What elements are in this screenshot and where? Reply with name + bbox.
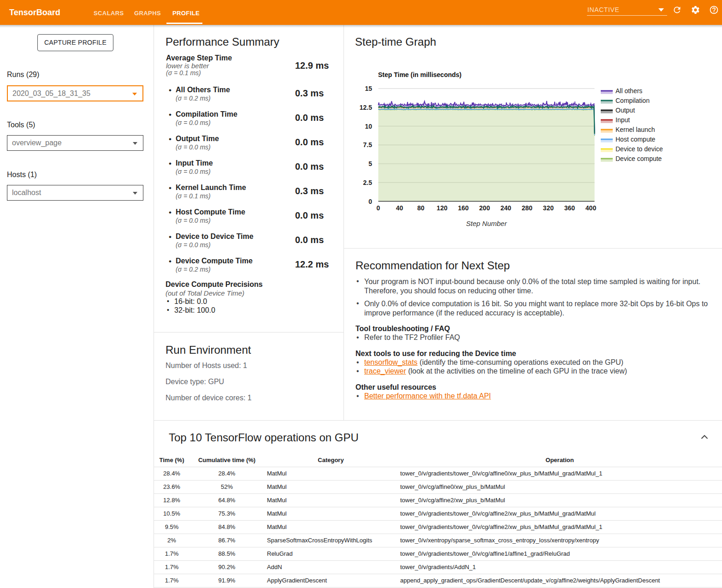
svg-text:120: 120: [437, 204, 448, 212]
svg-text:40: 40: [396, 204, 403, 212]
svg-text:Host compute: Host compute: [615, 136, 656, 143]
svg-text:360: 360: [564, 204, 575, 212]
svg-text:400: 400: [586, 204, 597, 212]
svg-text:10: 10: [365, 123, 372, 130]
svg-text:15: 15: [365, 85, 372, 92]
svg-text:Kernel launch: Kernel launch: [615, 126, 655, 133]
svg-text:2.5: 2.5: [363, 179, 373, 186]
svg-text:240: 240: [500, 204, 511, 212]
svg-text:320: 320: [543, 204, 554, 212]
svg-text:7.5: 7.5: [363, 141, 373, 148]
svg-text:80: 80: [417, 204, 425, 212]
svg-text:Step Time (in milliseconds): Step Time (in milliseconds): [378, 71, 462, 78]
svg-text:12.5: 12.5: [360, 104, 372, 111]
svg-text:0: 0: [377, 204, 380, 212]
svg-text:Step Number: Step Number: [466, 220, 507, 227]
svg-text:160: 160: [458, 204, 469, 212]
svg-text:0: 0: [368, 198, 372, 205]
svg-text:Compilation: Compilation: [615, 97, 650, 104]
svg-text:280: 280: [522, 204, 533, 212]
svg-text:5: 5: [368, 160, 372, 167]
svg-text:All others: All others: [615, 87, 642, 95]
svg-text:Device to device: Device to device: [615, 145, 663, 153]
svg-text:Output: Output: [615, 107, 635, 114]
svg-text:Device compute: Device compute: [615, 155, 662, 162]
svg-text:Input: Input: [615, 116, 630, 124]
svg-text:200: 200: [479, 204, 490, 212]
